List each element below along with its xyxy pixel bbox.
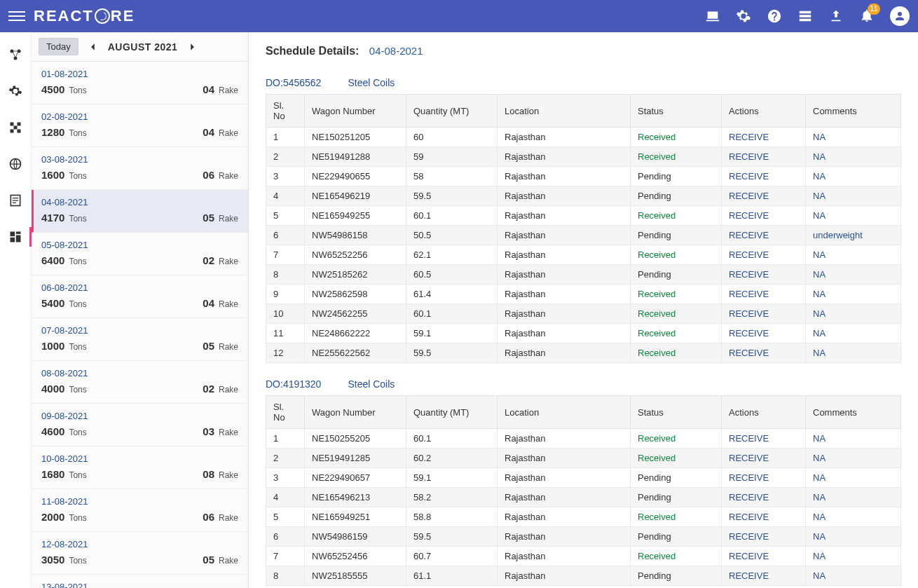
date-item-date: 10-08-2021	[41, 453, 238, 464]
cell-location: Rajasthan	[498, 449, 631, 468]
cell-wagon: NW25185262	[305, 265, 406, 285]
receive-action[interactable]: RECEIVE	[729, 210, 769, 221]
date-list-item[interactable]: 08-08-20214000Tons02Rake	[32, 361, 248, 404]
receive-action[interactable]: RECEIVE	[729, 512, 769, 522]
cell-qty: 59	[406, 147, 498, 167]
comment-link[interactable]: NA	[813, 210, 825, 221]
date-item-tons: 4500	[41, 83, 64, 95]
rail-item-settings[interactable]	[0, 81, 31, 101]
upload-icon[interactable]	[828, 8, 844, 24]
notifications-button[interactable]: 11	[859, 8, 875, 25]
receive-action[interactable]: RECEIVE	[729, 132, 769, 142]
brand-logo[interactable]: REACT RE	[34, 7, 135, 25]
cell-wagon: NE255622562	[305, 343, 406, 363]
order-product[interactable]: Steel Coils	[348, 378, 395, 390]
laptop-icon[interactable]	[705, 8, 720, 24]
receive-action[interactable]: RECEIVE	[729, 289, 769, 299]
rail-item-globe[interactable]	[0, 154, 31, 174]
date-list-item[interactable]: 12-08-20213050Tons05Rake	[32, 532, 248, 575]
receive-action[interactable]: RECEIVE	[729, 453, 769, 463]
cell-qty: 60.7	[406, 547, 498, 566]
comment-link[interactable]: underweight	[813, 230, 863, 240]
cell-wagon: NE165496219	[305, 186, 406, 206]
comment-link[interactable]: NA	[813, 308, 825, 319]
receive-action[interactable]: RECEIVE	[729, 249, 769, 260]
order-do-number[interactable]: DO:4191320	[266, 378, 321, 390]
comment-link[interactable]: NA	[813, 472, 825, 483]
cell-action: RECEIVE	[722, 206, 806, 226]
rail-item-report[interactable]	[0, 191, 31, 210]
comment-link[interactable]: NA	[813, 151, 825, 162]
date-list-item[interactable]: 06-08-20215400Tons04Rake	[32, 275, 248, 318]
date-item-tons-label: Tons	[69, 428, 86, 437]
receive-action[interactable]: RECEIVE	[729, 492, 769, 502]
receive-action[interactable]: RECEIVE	[729, 570, 769, 581]
date-list-item[interactable]: 04-08-20214170Tons05Rake	[32, 190, 248, 233]
table-header-cell: Location	[498, 95, 631, 128]
comment-link[interactable]: NA	[813, 132, 825, 142]
cell-qty: 61.1	[406, 566, 498, 586]
comment-link[interactable]: NA	[813, 433, 825, 444]
receive-action[interactable]: RECEIVE	[729, 308, 769, 319]
cell-status: Received	[631, 343, 722, 363]
date-list[interactable]: 01-08-20214500Tons04Rake02-08-20211280To…	[32, 62, 248, 588]
receive-action[interactable]: RECEIVE	[729, 472, 769, 483]
user-avatar[interactable]	[890, 6, 910, 26]
rail-item-config[interactable]	[0, 45, 31, 64]
comment-link[interactable]: NA	[813, 531, 825, 542]
gear-icon[interactable]	[736, 8, 751, 24]
receive-action[interactable]: RECEIVE	[729, 191, 769, 201]
menu-toggle-icon[interactable]	[8, 8, 25, 25]
table-row: 6NW5498615850.5RajasthanPendingRECEIVEun…	[266, 226, 901, 245]
comment-link[interactable]: NA	[813, 570, 825, 581]
table-header-cell: Status	[631, 396, 722, 429]
date-list-item[interactable]: 03-08-20211600Tons06Rake	[32, 147, 248, 190]
cell-wagon: NE165496213	[305, 488, 406, 507]
comment-link[interactable]: NA	[813, 171, 825, 182]
receive-action[interactable]: RECEIVE	[729, 151, 769, 162]
date-list-item[interactable]: 02-08-20211280Tons04Rake	[32, 104, 248, 147]
date-list-item[interactable]: 13-08-20212300Tons08Rake	[32, 575, 248, 588]
cell-status: Received	[631, 324, 722, 343]
rail-item-grid[interactable]	[0, 118, 31, 137]
cell-action: RECEIVE	[722, 429, 806, 449]
receive-action[interactable]: RECEIVE	[729, 348, 769, 358]
comment-link[interactable]: NA	[813, 289, 825, 299]
order-product[interactable]: Steel Coils	[348, 77, 395, 88]
receive-action[interactable]: RECEIVE	[729, 551, 769, 561]
comment-link[interactable]: NA	[813, 249, 825, 260]
receive-action[interactable]: RECEIVE	[729, 433, 769, 444]
cell-qty: 60.5	[406, 265, 498, 285]
date-list-item[interactable]: 01-08-20214500Tons04Rake	[32, 62, 248, 104]
cell-location: Rajasthan	[498, 527, 631, 547]
comment-link[interactable]: NA	[813, 269, 825, 280]
date-list-item[interactable]: 10-08-20211680Tons08Rake	[32, 446, 248, 489]
rail-item-dashboard[interactable]	[0, 227, 31, 247]
date-item-date: 02-08-2021	[41, 111, 238, 122]
date-list-item[interactable]: 11-08-20212000Tons06Rake	[32, 489, 248, 532]
cell-slno: 7	[266, 245, 305, 265]
receive-action[interactable]: RECEIVE	[729, 230, 769, 240]
comment-link[interactable]: NA	[813, 512, 825, 522]
stacked-icon[interactable]	[797, 8, 813, 24]
comment-link[interactable]: NA	[813, 492, 825, 502]
date-list-item[interactable]: 07-08-20211000Tons05Rake	[32, 318, 248, 361]
help-icon[interactable]	[767, 8, 782, 24]
comment-link[interactable]: NA	[813, 348, 825, 358]
receive-action[interactable]: RECEIVE	[729, 531, 769, 542]
order-do-number[interactable]: DO:5456562	[266, 77, 321, 88]
next-month-button[interactable]	[184, 39, 200, 55]
chevron-left-icon	[88, 42, 98, 52]
date-list-item[interactable]: 05-08-20216400Tons02Rake	[32, 233, 248, 275]
prev-month-button[interactable]	[85, 39, 101, 55]
receive-action[interactable]: RECEIVE	[729, 328, 769, 339]
receive-action[interactable]: RECEIVE	[729, 269, 769, 280]
comment-link[interactable]: NA	[813, 191, 825, 201]
comment-link[interactable]: NA	[813, 328, 825, 339]
table-row: 5NE16594925158.8RajasthanReceivedRECEIVE…	[266, 507, 901, 527]
today-button[interactable]: Today	[39, 38, 78, 55]
comment-link[interactable]: NA	[813, 453, 825, 463]
comment-link[interactable]: NA	[813, 551, 825, 561]
receive-action[interactable]: RECEIVE	[729, 171, 769, 182]
date-list-item[interactable]: 09-08-20214600Tons03Rake	[32, 404, 248, 446]
